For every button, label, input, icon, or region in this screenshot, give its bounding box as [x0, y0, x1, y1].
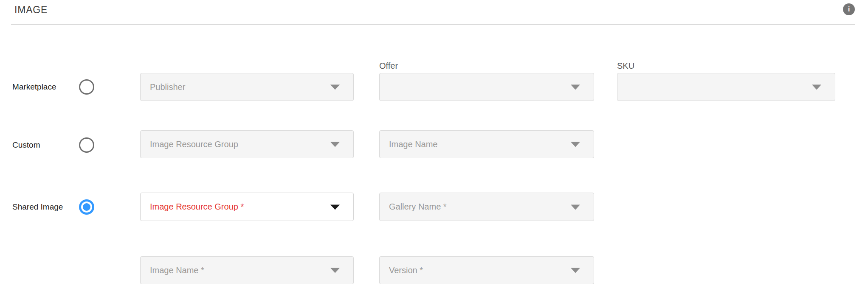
radio-label-custom: Custom — [12, 140, 40, 150]
publisher-dropdown[interactable]: Publisher — [140, 73, 354, 101]
shared-image-resource-group-dropdown[interactable]: Image Resource Group * — [140, 193, 354, 221]
header-divider — [11, 24, 855, 25]
version-dropdown[interactable]: Version * — [379, 256, 594, 284]
radio-dot — [83, 83, 90, 91]
custom-image-name-dropdown[interactable]: Image Name — [379, 130, 594, 158]
chevron-down-icon — [571, 204, 580, 210]
gallery-name-placeholder: Gallery Name * — [389, 202, 447, 212]
radio-shared-image[interactable] — [79, 199, 94, 215]
chevron-down-icon — [812, 85, 821, 90]
info-icon[interactable]: i — [843, 3, 855, 15]
radio-custom[interactable] — [79, 137, 94, 153]
radio-marketplace[interactable] — [79, 79, 94, 95]
radio-dot — [83, 203, 90, 211]
shared-image-resource-group-placeholder: Image Resource Group * — [150, 202, 244, 212]
chevron-down-icon — [571, 142, 580, 147]
custom-image-name-placeholder: Image Name — [389, 140, 438, 149]
info-icon-glyph: i — [848, 5, 850, 14]
radio-dot — [83, 141, 90, 149]
custom-image-resource-group-dropdown[interactable]: Image Resource Group — [140, 130, 354, 158]
sku-dropdown[interactable] — [617, 73, 835, 101]
version-placeholder: Version * — [389, 266, 423, 275]
image-section: IMAGE i Marketplace Publisher Offer SKU … — [0, 0, 868, 291]
chevron-down-icon — [571, 85, 580, 90]
section-title: IMAGE — [14, 4, 48, 16]
chevron-down-icon — [330, 85, 340, 90]
offer-label: Offer — [379, 61, 398, 71]
gallery-name-dropdown[interactable]: Gallery Name * — [379, 193, 594, 221]
chevron-down-icon — [571, 268, 580, 273]
chevron-down-icon — [330, 142, 340, 147]
custom-image-resource-group-placeholder: Image Resource Group — [150, 140, 238, 149]
shared-image-name-dropdown[interactable]: Image Name * — [140, 256, 354, 284]
sku-label: SKU — [617, 61, 634, 71]
radio-label-marketplace: Marketplace — [12, 82, 56, 92]
chevron-down-icon — [330, 204, 340, 210]
chevron-down-icon — [330, 268, 340, 273]
offer-dropdown[interactable] — [379, 73, 594, 101]
shared-image-name-placeholder: Image Name * — [150, 266, 204, 275]
publisher-dropdown-placeholder: Publisher — [150, 82, 185, 92]
radio-label-shared-image: Shared Image — [12, 202, 63, 212]
